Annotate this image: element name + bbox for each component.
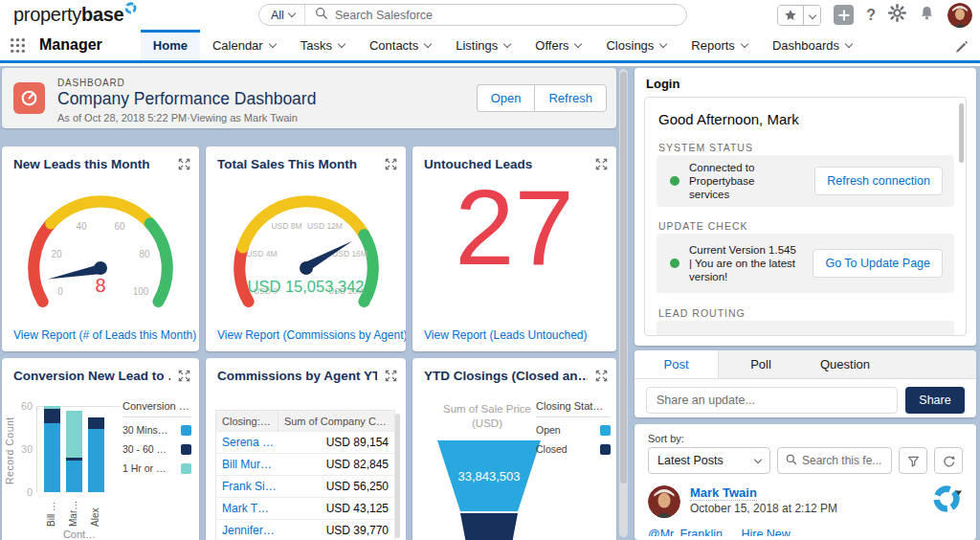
tab-listings[interactable]: Listings — [443, 30, 523, 60]
tab-offers[interactable]: Offers — [523, 30, 593, 60]
tab-tasks[interactable]: Tasks — [288, 30, 357, 60]
bar-segment[interactable] — [66, 461, 82, 492]
share-button[interactable]: Share — [905, 387, 965, 414]
gauge-tick-label: 60 — [114, 221, 124, 232]
bar-segment[interactable] — [88, 417, 104, 429]
expand-icon[interactable] — [385, 369, 397, 386]
tab-poll[interactable]: Poll — [719, 350, 803, 378]
bar-segment[interactable] — [88, 429, 104, 492]
column-header[interactable]: Closing:… — [216, 411, 278, 432]
help-icon[interactable]: ? — [866, 7, 876, 24]
bar-3[interactable] — [88, 417, 104, 492]
app-launcher-icon[interactable] — [10, 37, 26, 55]
bar-segment[interactable] — [44, 423, 60, 492]
go-to-update-page-button[interactable]: Go To Update Page — [813, 249, 943, 278]
refresh-feed-icon[interactable] — [934, 447, 963, 474]
tab-closings[interactable]: Closings — [593, 30, 679, 60]
sort-by-label: Sort by: — [648, 433, 684, 444]
legend-item[interactable]: 1 Hr or … — [122, 462, 191, 474]
funnel-axis-label: Sum of Sale Price (USD) — [422, 402, 552, 431]
tab-contacts[interactable]: Contacts — [357, 30, 443, 60]
bar-segment[interactable] — [66, 411, 82, 459]
share-update-input[interactable] — [646, 387, 898, 414]
bar-1[interactable] — [44, 406, 60, 492]
star-icon[interactable] — [778, 6, 804, 25]
legend-item[interactable]: Open — [536, 424, 611, 436]
table-row: Frank Si…USD 56,250 — [216, 476, 395, 498]
x-tick-label: Bill … — [43, 494, 59, 527]
global-actions-icon[interactable] — [834, 5, 854, 25]
expand-icon[interactable] — [178, 369, 190, 386]
commission-value: USD 56,250 — [278, 476, 394, 498]
view-report-link[interactable]: View Report (# of Leads this Month) — [13, 328, 196, 342]
tab-dashboards[interactable]: Dashboards — [760, 30, 864, 60]
table-row: Serena …USD 89,154 — [216, 432, 395, 454]
user-avatar[interactable] — [947, 3, 972, 28]
tab-post[interactable]: Post — [635, 350, 719, 378]
feed-post: Mark Twain October 15, 2018 at 2:12 PM — [648, 484, 965, 522]
table-row: Bill Mur…USD 82,845 — [216, 454, 395, 476]
open-button[interactable]: Open — [477, 84, 535, 112]
card-untouched-leads: Untouched Leads 27 View Report (Leads Un… — [412, 146, 616, 351]
legend-item[interactable]: 30 Mins… — [122, 424, 191, 436]
expand-icon[interactable] — [595, 369, 608, 386]
card-new-leads: New Leads this Month 020406080100 8 View… — [2, 146, 199, 351]
login-scroll-area: Good Afternoon, Mark SYSTEM STATUS Conne… — [644, 97, 967, 336]
sort-dropdown[interactable]: Latest Posts — [648, 447, 770, 474]
favorites-button[interactable] — [777, 5, 821, 26]
gauge-value: 8 — [95, 275, 105, 297]
commission-value: USD 89,154 — [278, 432, 394, 454]
notifications-bell-icon[interactable] — [919, 5, 935, 26]
refresh-button[interactable]: Refresh — [534, 84, 607, 112]
agent-link[interactable]: Jennifer… — [216, 520, 278, 540]
page-title: Company Performance Dashboard — [57, 89, 316, 109]
post-author-link[interactable]: Mark Twain — [690, 485, 757, 501]
legend-swatch — [181, 425, 191, 436]
tab-home[interactable]: Home — [141, 30, 200, 60]
main-content: DASHBOARD Company Performance Dashboard … — [0, 66, 980, 540]
view-report-link[interactable]: View Report (Leads Untouched) — [424, 328, 588, 342]
agent-link[interactable]: Mark T… — [216, 498, 278, 520]
legend-item[interactable]: 30 - 60 … — [122, 443, 191, 455]
legend-title: Closing Stat… — [536, 400, 611, 417]
chevron-down-icon — [754, 455, 762, 462]
post-topic-icon[interactable] — [932, 484, 963, 518]
feed-search-input[interactable] — [802, 454, 891, 467]
feed-widget: Sort by: Latest Posts Mark Twain Octob — [635, 424, 976, 540]
post-preview-clipped[interactable]: @Mr. Franklin … Hire New … — [648, 528, 806, 536]
dashboard-scrollbar[interactable] — [619, 69, 628, 537]
setup-gear-icon[interactable] — [888, 4, 906, 26]
search-input[interactable] — [335, 9, 686, 22]
update-check-box: Current Version 1.545 | You are on the l… — [657, 234, 954, 293]
card-ytd-closings: YTD Closings (Closed an… Sum of Sale Pri… — [412, 358, 616, 540]
expand-icon[interactable] — [178, 157, 190, 174]
column-header[interactable]: Sum of Company C… — [278, 411, 394, 432]
refresh-connection-button[interactable]: Refresh connection — [814, 167, 943, 195]
edit-pencil-icon[interactable] — [954, 38, 969, 56]
x-tick-label: Mar… — [65, 494, 81, 527]
bar-segment[interactable] — [44, 409, 60, 423]
bar-2[interactable] — [66, 411, 82, 493]
gauge-chart-new-leads: 020406080100 8 — [11, 179, 189, 313]
tab-reports[interactable]: Reports — [679, 30, 760, 60]
post-author-avatar[interactable] — [648, 485, 680, 518]
agent-link[interactable]: Frank Si… — [216, 476, 278, 498]
tab-calendar[interactable]: Calendar — [200, 30, 288, 60]
view-report-link[interactable]: View Report (Commissions by Agent) — [217, 328, 406, 342]
section-label-update-check: UPDATE CHECK — [658, 220, 747, 232]
legend-item[interactable]: Closed — [536, 443, 611, 455]
filter-icon[interactable] — [899, 447, 927, 474]
search-scope-dropdown[interactable]: All — [259, 5, 305, 25]
agent-link[interactable]: Bill Mur… — [216, 454, 278, 476]
favorites-dropdown[interactable] — [804, 6, 820, 25]
table-scrollbar[interactable] — [395, 414, 400, 538]
y-tick: 0 — [27, 486, 33, 498]
dashboard-actions: Open Refresh — [477, 84, 607, 112]
agent-link[interactable]: Serena … — [216, 432, 278, 454]
expand-icon[interactable] — [385, 157, 397, 174]
tab-question[interactable]: Question — [803, 350, 887, 378]
login-scrollbar[interactable] — [959, 103, 964, 163]
gauge-tick-label: 0 — [57, 286, 63, 297]
stacked-bars — [44, 406, 104, 492]
propertybase-logo: propertybase — [13, 4, 136, 26]
